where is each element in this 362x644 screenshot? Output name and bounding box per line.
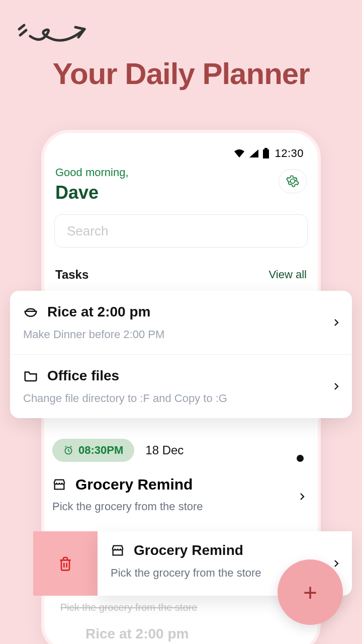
status-dot	[297, 455, 304, 462]
task-title: Rice at 2:00 pm	[47, 304, 150, 320]
task-title: Office files	[47, 368, 119, 384]
reminder-date: 18 Dec	[145, 443, 184, 457]
store-icon	[52, 477, 66, 492]
alarm-icon	[63, 445, 73, 455]
chevron-right-icon	[332, 318, 341, 327]
task-subtitle: Make Dinner before 2:00 PM	[23, 328, 339, 341]
tasks-card: Rice at 2:00 pm Make Dinner before 2:00 …	[10, 291, 352, 418]
task-item[interactable]: Office files Change file directory to :F…	[10, 355, 352, 418]
bowl-icon	[23, 304, 38, 319]
reminder-item[interactable]: 08:30PM 18 Dec Grocery Remind Pick the g…	[52, 439, 310, 513]
ghost-sub: Pick the grocery from the store	[60, 602, 197, 613]
task-item[interactable]: Rice at 2:00 pm Make Dinner before 2:00 …	[10, 291, 352, 355]
plus-icon: +	[303, 579, 317, 606]
folder-icon	[23, 368, 38, 383]
reminder-time: 08:30PM	[78, 444, 123, 457]
status-bar: 12:30	[54, 147, 308, 160]
ghost-title: Rice at 2:00 pm	[85, 626, 189, 642]
signal-icon	[248, 148, 259, 158]
settings-button[interactable]	[279, 169, 307, 193]
reminder-title: Grocery Remind	[75, 476, 193, 493]
battery-icon	[262, 148, 269, 159]
svg-rect-0	[263, 149, 269, 158]
chevron-right-icon	[332, 382, 341, 391]
search-placeholder: Search	[67, 223, 108, 239]
chevron-right-icon	[332, 559, 341, 568]
search-input[interactable]: Search	[54, 214, 308, 248]
view-all-link[interactable]: View all	[269, 268, 307, 281]
wifi-icon	[233, 148, 245, 158]
swipe-title: Grocery Remind	[134, 542, 243, 558]
chevron-right-icon	[298, 492, 307, 501]
gear-icon	[286, 175, 299, 188]
svg-rect-1	[264, 148, 267, 149]
doodle-arrow-icon	[15, 21, 90, 51]
time-pill: 08:30PM	[52, 439, 134, 462]
status-time: 12:30	[275, 147, 304, 160]
reminder-sub: Pick the grocery from the store	[52, 500, 310, 513]
greeting-text: Good morning,	[55, 166, 129, 179]
delete-button[interactable]	[33, 531, 98, 596]
headline: Your Daily Planner	[0, 56, 362, 91]
store-icon	[111, 543, 125, 557]
task-subtitle: Change file directory to :F and Copy to …	[23, 392, 339, 405]
tasks-heading: Tasks	[55, 268, 88, 282]
username: Dave	[55, 182, 129, 203]
trash-icon	[57, 555, 73, 572]
add-button[interactable]: +	[278, 559, 343, 625]
